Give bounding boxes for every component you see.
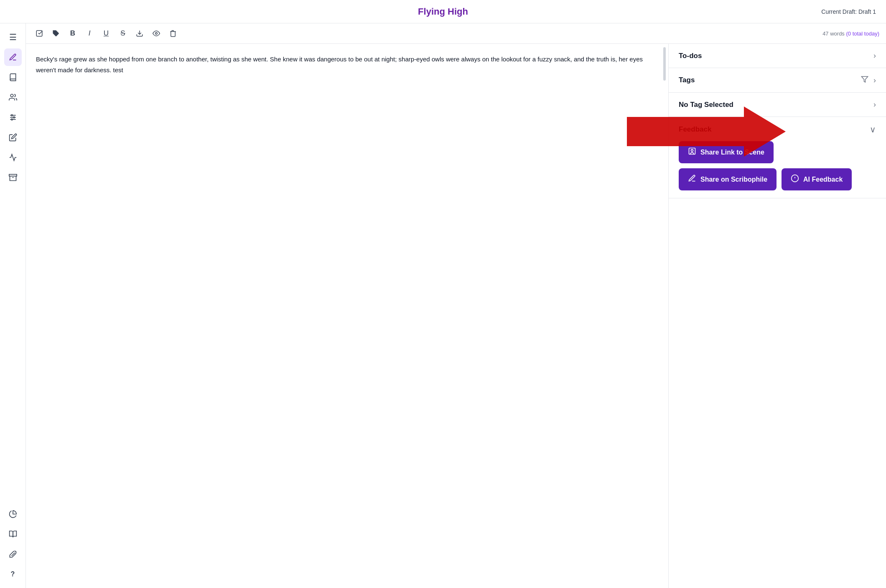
app-title: Flying High <box>418 6 468 17</box>
sidebar-item-help[interactable]: ? <box>4 565 22 583</box>
svg-point-17 <box>691 150 693 152</box>
svg-point-6 <box>11 119 12 120</box>
share-scribophile-button[interactable]: Share on Scribophile <box>679 168 777 190</box>
no-tag-header: No Tag Selected › <box>679 100 876 109</box>
feedback-title: Feedback <box>679 125 711 134</box>
no-tag-title: No Tag Selected <box>679 101 733 109</box>
editor-panel: Becky's rage grew as she hopped from one… <box>26 44 669 588</box>
share-link-button[interactable]: Share Link to Scene <box>679 141 774 163</box>
toolbar-italic[interactable]: I <box>83 27 96 40</box>
word-count-today: (0 total today) <box>846 30 880 37</box>
editor-text[interactable]: Becky's rage grew as she hopped from one… <box>36 54 651 75</box>
toolbar-download[interactable] <box>133 27 146 40</box>
no-tag-section: No Tag Selected › <box>669 93 886 117</box>
tags-section: Tags › <box>669 68 886 93</box>
word-count: 47 words (0 total today) <box>822 30 879 37</box>
sidebar-item-notes[interactable] <box>4 129 22 146</box>
feedback-section: Feedback ∨ <box>669 117 886 198</box>
feedback-header: Feedback ∨ <box>679 124 876 134</box>
feedback-arrow[interactable]: ∨ <box>870 124 876 134</box>
sidebar-item-book2[interactable] <box>4 525 22 543</box>
toolbar-bold[interactable]: B <box>66 27 79 40</box>
sidebar-item-sliders[interactable] <box>4 109 22 126</box>
feedback-buttons: Share Link to Scene Share on Scribophile <box>679 141 876 190</box>
ai-feedback-icon <box>791 174 799 185</box>
toolbar-strikethrough[interactable]: S <box>116 27 130 40</box>
svg-point-5 <box>13 117 14 118</box>
tags-arrow[interactable]: › <box>873 76 876 85</box>
header: Flying High Current Draft: Draft 1 <box>0 0 886 23</box>
share-scribophile-icon <box>688 174 696 185</box>
toolbar: B I U S <box>26 23 886 44</box>
svg-point-13 <box>155 33 158 35</box>
toolbar-eye[interactable] <box>150 27 163 40</box>
todos-header: To-dos › <box>679 51 876 60</box>
tags-header: Tags › <box>679 76 876 85</box>
right-panel: To-dos › Tags › <box>669 44 886 588</box>
editor-content[interactable]: Becky's rage grew as she hopped from one… <box>26 44 661 588</box>
no-tag-arrow[interactable]: › <box>873 100 876 109</box>
tags-filter-icon[interactable] <box>861 76 868 85</box>
sidebar-item-archive[interactable] <box>4 169 22 186</box>
sidebar-item-hamburger[interactable]: ☰ <box>4 28 22 46</box>
ai-feedback-label: AI Feedback <box>803 176 843 183</box>
sidebar-item-brush[interactable] <box>4 545 22 563</box>
svg-marker-15 <box>862 76 868 82</box>
sidebar-item-chart[interactable] <box>4 149 22 166</box>
svg-point-0 <box>10 94 13 97</box>
draft-label: Current Draft: Draft 1 <box>821 8 876 15</box>
word-count-number: 47 words <box>822 30 845 37</box>
sidebar-item-book[interactable] <box>4 68 22 86</box>
toolbar-tag[interactable] <box>49 27 63 40</box>
svg-rect-10 <box>36 30 42 36</box>
todos-section: To-dos › <box>669 44 886 68</box>
share-link-label: Share Link to Scene <box>700 149 764 156</box>
content-area: Becky's rage grew as she hopped from one… <box>26 44 886 588</box>
svg-rect-7 <box>9 175 16 176</box>
todos-arrow[interactable]: › <box>873 51 876 60</box>
svg-point-4 <box>11 114 12 116</box>
main-layout: ☰ <box>0 23 886 588</box>
toolbar-underline[interactable]: U <box>99 27 113 40</box>
ai-feedback-button[interactable]: AI Feedback <box>782 168 852 190</box>
todos-title: To-dos <box>679 52 702 60</box>
scrollbar[interactable] <box>663 47 666 81</box>
sidebar-item-pen[interactable] <box>4 48 22 66</box>
sidebar-item-pie-chart[interactable] <box>4 505 22 523</box>
toolbar-checkbox[interactable] <box>33 27 46 40</box>
sidebar-item-people[interactable] <box>4 89 22 106</box>
sidebar: ☰ <box>0 23 26 588</box>
tags-title: Tags <box>679 76 695 84</box>
share-link-icon <box>688 147 696 157</box>
toolbar-trash[interactable] <box>166 27 180 40</box>
share-scribophile-label: Share on Scribophile <box>700 176 767 183</box>
